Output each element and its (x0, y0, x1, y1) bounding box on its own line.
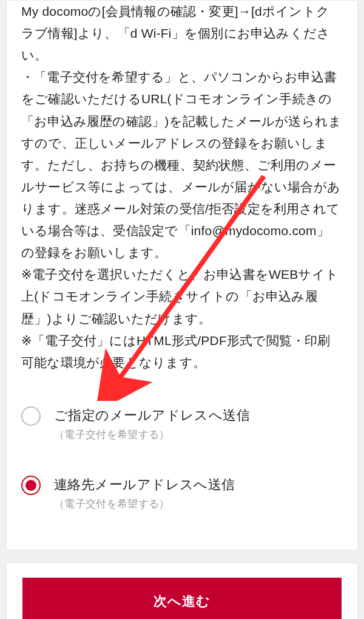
option-spacer (21, 450, 343, 466)
next-button-card: 次へ進む (6, 563, 358, 619)
radio-selected-icon[interactable] (21, 476, 41, 495)
radio-unselected-icon[interactable] (21, 406, 41, 426)
option-body: ご指定のメールアドレスへ送信 （電子交付を希望する） (54, 405, 343, 442)
option-hint: （電子交付を希望する） (54, 497, 343, 511)
notice-p1: My docomoの[会員情報の確認・変更]→[dポイントクラブ情報]より、「d… (21, 4, 330, 62)
option-contact-email[interactable]: 連絡先メールアドレスへ送信 （電子交付を希望する） (21, 466, 343, 519)
notice-text-block: My docomoの[会員情報の確認・変更]→[dポイントクラブ情報]より、「d… (7, 1, 357, 391)
next-button[interactable]: 次へ進む (22, 578, 342, 619)
delivery-options: ご指定のメールアドレスへ送信 （電子交付を希望する） 連絡先メールアドレスへ送信… (7, 391, 357, 550)
notice-p3: ※電子交付を選択いただくと、お申込書をWEBサイト上(ドコモオンライン手続きサイ… (21, 267, 339, 325)
option-specified-email[interactable]: ご指定のメールアドレスへ送信 （電子交付を希望する） (21, 397, 343, 450)
option-label: 連絡先メールアドレスへ送信 (54, 474, 343, 494)
option-body: 連絡先メールアドレスへ送信 （電子交付を希望する） (54, 474, 343, 511)
notice-p4: ※「電子交付」にはHTML形式/PDF形式で閲覧・印刷可能な環境が必要となります… (21, 333, 331, 369)
option-hint: （電子交付を希望する） (54, 428, 343, 442)
option-label: ご指定のメールアドレスへ送信 (54, 405, 343, 425)
info-card: My docomoの[会員情報の確認・変更]→[dポイントクラブ情報]より、「d… (6, 0, 358, 550)
notice-p2: ・「電子交付を希望する」と、パソコンからお申込書をご確認いただけるURL(ドコモ… (21, 70, 342, 259)
